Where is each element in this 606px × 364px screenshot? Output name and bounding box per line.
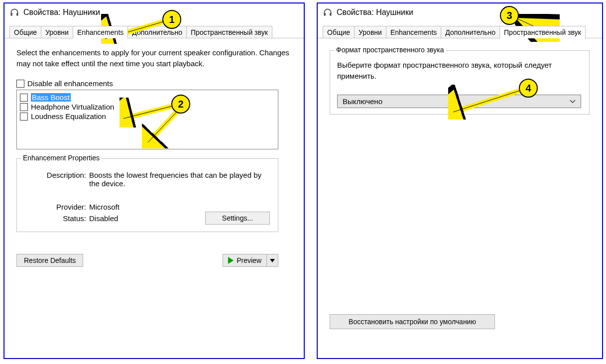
provider-value: Microsoft [89,203,271,211]
tab-general[interactable]: Общие [323,26,355,38]
headphones-icon [9,7,19,17]
enhancement-properties-group: Enhancement Properties Description: Boos… [16,158,278,232]
svg-rect-0 [11,13,12,16]
chevron-down-icon [270,259,275,262]
description-value: Boosts the lowest frequencies that can b… [89,171,271,188]
svg-rect-2 [324,13,326,16]
tabstrip-right: Общие Уровни Enhancements Дополнительно … [318,24,602,38]
combo-value: Выключено [343,97,382,106]
checkbox-loudness-eq[interactable] [20,113,28,121]
preview-button[interactable]: Preview [223,254,267,267]
tab-levels[interactable]: Уровни [354,26,386,38]
chevron-down-icon [570,100,576,104]
window-title: Свойства: Наушники [23,8,100,17]
play-icon [228,257,234,264]
disable-all-checkbox[interactable] [16,80,24,88]
checkbox-bass-boost[interactable] [20,94,28,102]
svg-line-9 [148,108,181,142]
window-title: Свойства: Наушники [337,8,413,17]
dialog-spatial: Свойства: Наушники Общие Уровни Enhancem… [317,2,603,359]
preview-split-button[interactable]: Preview [223,254,278,267]
tab-enhancements[interactable]: Enhancements [73,26,128,38]
preview-label: Preview [237,256,261,264]
intro-text: Select the enhancements to apply for you… [16,47,292,69]
spatial-description: Выберите формат пространственного звука,… [337,60,582,82]
provider-label: Provider: [24,203,89,211]
svg-rect-3 [330,13,331,16]
headphones-icon [323,7,333,17]
description-label: Description: [24,171,89,188]
tab-advanced[interactable]: Дополнительно [441,26,500,38]
annotation-arrow-2b [142,105,192,148]
annotation-arrow-4 [448,85,528,120]
disable-all-row[interactable]: Disable all enhancements [16,79,292,88]
client-left: Select the enhancements to apply for you… [4,38,304,279]
svg-rect-1 [16,13,18,16]
tab-spatial[interactable]: Пространственный звук [186,26,272,38]
restore-defaults-button[interactable]: Restore Defaults [16,254,83,267]
tab-enhancements[interactable]: Enhancements [386,26,441,38]
group-legend: Enhancement Properties [21,154,102,162]
list-item-label: Headphone Virtualization [31,103,114,111]
dialog-enhancements: Свойства: Наушники Общие Уровни Enhancem… [3,2,305,359]
tab-general[interactable]: Общие [9,26,41,38]
settings-button[interactable]: Settings... [205,212,270,225]
status-label: Status: [24,214,89,223]
group-legend: Формат пространственного звука [334,46,446,54]
preview-dropdown[interactable] [267,254,278,267]
restore-defaults-button[interactable]: Восстановить настройки по умолчанию [330,314,495,329]
list-item-label: Loudness Equalization [31,112,106,121]
tab-levels[interactable]: Уровни [41,26,73,38]
tab-spatial[interactable]: Пространственный звук [499,26,586,38]
disable-all-label: Disable all enhancements [27,79,113,88]
checkbox-headphone-virt[interactable] [20,103,28,111]
svg-line-13 [453,90,523,112]
list-item-label: Bass Boost [31,93,71,102]
